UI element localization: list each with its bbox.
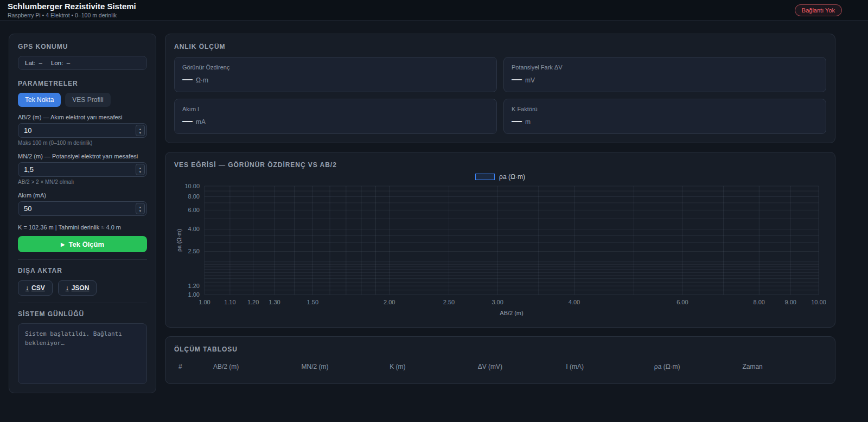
stat-unit: Ω·m: [196, 76, 208, 84]
tab-ves-profile[interactable]: VES Profili: [65, 93, 110, 107]
export-buttons: ↓ CSV ↓ JSON: [18, 280, 147, 296]
tab-single-point[interactable]: Tek Nokta: [18, 93, 61, 107]
mn2-label: MN/2 (m) — Potansiyel elektrot yarı mesa…: [18, 153, 147, 159]
ves-curve-heading: VES EĞRİSİ — GÖRÜNÜR ÖZDİRENÇ VS AB/2: [174, 161, 826, 169]
live-measurement-heading: ANLIK ÖLÇÜM: [174, 43, 826, 50]
col-rho: ρa (Ω·m): [650, 356, 738, 375]
mn2-helper: AB/2 > 2 × MN/2 olmalı: [18, 179, 147, 185]
single-measure-button[interactable]: ▶ Tek Ölçüm: [18, 236, 147, 252]
mn2-field: ▴ ▾: [18, 162, 147, 177]
stat-label: Görünür Özdirenç: [182, 64, 489, 71]
svg-text:6.00: 6.00: [188, 207, 200, 213]
export-csv-button[interactable]: ↓ CSV: [18, 280, 53, 296]
svg-text:ρa (Ω·m): ρa (Ω·m): [176, 229, 182, 252]
svg-text:4.00: 4.00: [569, 299, 580, 305]
live-measurement-card: ANLIK ÖLÇÜM Görünür Özdirenç — Ω·m Potan…: [165, 34, 835, 143]
ves-chart-svg: 1.001.101.201.301.502.002.503.004.006.00…: [174, 182, 826, 318]
measure-button-label: Tek Ölçüm: [69, 240, 105, 248]
svg-text:2.50: 2.50: [188, 248, 200, 254]
export-json-button[interactable]: ↓ JSON: [58, 280, 97, 296]
mn2-stepper[interactable]: ▴ ▾: [136, 164, 145, 175]
svg-text:1.10: 1.10: [224, 299, 235, 305]
mode-toggle: Tek Nokta VES Profili: [18, 93, 147, 107]
stat-label: Akım I: [182, 106, 489, 112]
export-heading: DIŞA AKTAR: [18, 267, 147, 274]
json-button-label: JSON: [72, 284, 90, 292]
play-icon: ▶: [61, 241, 65, 247]
ab2-helper: Maks 100 m (0–100 m derinlik): [18, 140, 147, 146]
current-field: ▴ ▾: [18, 201, 147, 216]
gps-display: Lat: – Lon: –: [18, 56, 147, 70]
table-header-row: # AB/2 (m) MN/2 (m) K (m) ΔV (mV) I (mA)…: [174, 356, 826, 375]
svg-text:8.00: 8.00: [754, 299, 765, 305]
current-label: Akım (mA): [18, 192, 147, 199]
main-layout: GPS KONUMU Lat: – Lon: – PARAMETRELER Te…: [0, 21, 868, 402]
system-log-output: Sistem başlatıldı. Bağlantı bekleniyor…: [18, 323, 147, 384]
legend-label: ρa (Ω·m): [499, 173, 525, 181]
col-time: Zaman: [738, 356, 826, 375]
svg-text:10.00: 10.00: [811, 299, 826, 305]
svg-text:AB/2 (m): AB/2 (m): [500, 310, 523, 316]
svg-text:1.20: 1.20: [247, 299, 259, 305]
measurement-table-card: ÖLÇÜM TABLOSU # AB/2 (m) MN/2 (m) K (m) …: [165, 336, 835, 384]
connection-status-badge: Bağlantı Yok: [795, 4, 842, 16]
ab2-label: AB/2 (m) — Akım elektrot yarı mesafesi: [18, 114, 147, 120]
k-factor-info: K = 102.36 m | Tahmini derinlik ≈ 4.0 m: [18, 224, 147, 231]
svg-text:10.00: 10.00: [184, 183, 200, 189]
col-dv: ΔV (mV): [474, 356, 562, 375]
ab2-field: ▴ ▾: [18, 123, 147, 138]
svg-text:9.00: 9.00: [784, 299, 796, 305]
ves-curve-card: VES EĞRİSİ — GÖRÜNÜR ÖZDİRENÇ VS AB/2 ρa…: [165, 152, 835, 328]
parameters-heading: PARAMETRELER: [18, 80, 147, 87]
current-input[interactable]: [18, 201, 147, 216]
app-title-group: Schlumberger Rezistivite Sistemi Raspber…: [8, 2, 136, 18]
svg-text:6.00: 6.00: [676, 299, 688, 305]
stat-apparent-resistivity: Görünür Özdirenç — Ω·m: [174, 57, 497, 92]
svg-text:1.00: 1.00: [199, 299, 210, 305]
ab2-input[interactable]: [18, 123, 147, 138]
stat-value: —: [512, 115, 522, 127]
svg-text:1.00: 1.00: [188, 291, 200, 298]
measurement-table: # AB/2 (m) MN/2 (m) K (m) ΔV (mV) I (mA)…: [174, 356, 826, 375]
mn2-input[interactable]: [18, 162, 147, 177]
divider: [18, 303, 147, 303]
current-stepper[interactable]: ▴ ▾: [136, 203, 145, 214]
stat-potential-difference: Potansiyel Fark ΔV — mV: [503, 57, 826, 92]
stat-label: K Faktörü: [512, 106, 818, 112]
chart-legend: ρa (Ω·m): [174, 173, 826, 181]
gps-heading: GPS KONUMU: [18, 43, 147, 50]
stat-value: —: [182, 73, 193, 85]
chevron-down-icon: ▾: [139, 131, 141, 135]
col-index: #: [174, 356, 209, 375]
download-icon: ↓: [25, 284, 29, 292]
chevron-down-icon: ▾: [139, 209, 141, 213]
col-k: K (m): [385, 356, 474, 375]
ab2-stepper[interactable]: ▴ ▾: [136, 125, 145, 136]
chevron-up-icon: ▴: [139, 205, 141, 209]
stat-value: —: [182, 115, 193, 127]
content-column: ANLIK ÖLÇÜM Görünür Özdirenç — Ω·m Potan…: [165, 34, 835, 393]
stat-unit: mA: [196, 118, 206, 126]
svg-text:4.00: 4.00: [188, 226, 200, 232]
stat-grid: Görünür Özdirenç — Ω·m Potansiyel Fark Δ…: [174, 57, 826, 134]
stat-unit: m: [525, 118, 531, 126]
col-ab2: AB/2 (m): [209, 356, 297, 375]
download-icon: ↓: [66, 284, 69, 292]
measurement-table-heading: ÖLÇÜM TABLOSU: [174, 346, 826, 353]
sidebar-panel: GPS KONUMU Lat: – Lon: – PARAMETRELER Te…: [9, 34, 156, 393]
svg-text:2.50: 2.50: [443, 299, 455, 305]
svg-text:2.00: 2.00: [384, 299, 395, 305]
col-i: I (mA): [561, 356, 650, 375]
page-subtitle: Raspberry Pi • 4 Elektrot • 0–100 m deri…: [8, 12, 136, 18]
stat-current: Akım I — mA: [174, 99, 497, 134]
divider: [18, 259, 147, 260]
stat-unit: mV: [525, 76, 535, 84]
chevron-up-icon: ▴: [139, 127, 141, 131]
system-log-heading: SİSTEM GÜNLÜĞÜ: [18, 310, 147, 318]
svg-text:3.00: 3.00: [492, 299, 503, 305]
stat-value: —: [512, 73, 522, 85]
svg-text:8.00: 8.00: [188, 193, 200, 200]
legend-swatch: [475, 174, 495, 180]
stat-k-factor: K Faktörü — m: [503, 99, 826, 134]
app-header: Schlumberger Rezistivite Sistemi Raspber…: [0, 0, 868, 21]
